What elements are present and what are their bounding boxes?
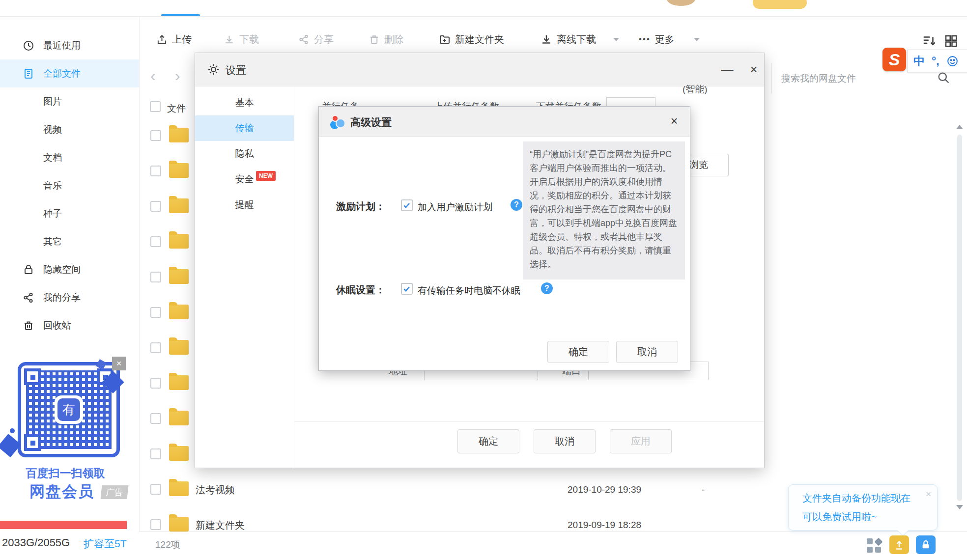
sidebar-item-recycle-bin[interactable]: 回收站 — [0, 311, 139, 339]
share-button[interactable]: 分享 — [298, 30, 334, 48]
tab-security[interactable]: 安全 NEW — [195, 167, 294, 192]
row-checkbox[interactable] — [150, 378, 161, 389]
sleep-checkbox[interactable] — [401, 283, 413, 295]
auto-backup-button[interactable] — [889, 535, 909, 554]
delete-button[interactable]: 删除 — [369, 30, 404, 48]
back-arrow-icon[interactable]: ‹ — [150, 68, 156, 84]
tooltip-close-icon[interactable]: × — [926, 489, 931, 500]
qr-ad-close-icon[interactable]: × — [112, 357, 126, 370]
row-checkbox[interactable] — [150, 166, 161, 176]
sidebar-item-label: 音乐 — [43, 179, 62, 192]
select-all-checkbox[interactable] — [150, 101, 161, 112]
folder-icon — [169, 234, 189, 249]
delete-label: 删除 — [384, 33, 404, 46]
row-checkbox[interactable] — [150, 342, 161, 353]
close-button[interactable]: × — [745, 61, 762, 78]
ime-punct-toggle[interactable]: °, — [932, 55, 939, 68]
scrollbar-down-icon[interactable] — [956, 505, 963, 509]
qr-center-glyph: 有 — [57, 398, 80, 421]
tab-transfer[interactable]: 传输 — [195, 115, 294, 141]
sidebar-item-my-shares[interactable]: 我的分享 — [0, 283, 139, 311]
sidebar-item-all-files[interactable]: 全部文件 — [0, 59, 139, 87]
share-label: 分享 — [314, 33, 334, 46]
sidebar-item-documents[interactable]: 文档 — [0, 143, 139, 171]
sidebar-item-videos[interactable]: 视频 — [0, 115, 139, 143]
row-checkbox[interactable] — [150, 413, 161, 424]
qr-finder — [24, 434, 41, 451]
folder-plus-icon — [439, 33, 451, 45]
search-icon[interactable] — [937, 71, 950, 84]
row-checkbox[interactable] — [150, 236, 161, 247]
ime-lang-toggle[interactable]: 中 — [913, 54, 925, 69]
offline-download-caret-icon[interactable] — [613, 38, 619, 41]
incentive-checkbox[interactable] — [401, 199, 413, 211]
row-checkbox[interactable] — [150, 272, 161, 282]
advanced-close-button[interactable]: × — [666, 112, 683, 129]
minimize-button[interactable]: — — [719, 61, 736, 78]
storage-usage-bar — [0, 521, 127, 529]
new-badge: NEW — [256, 171, 276, 181]
file-name[interactable]: 新建文件夹 — [196, 519, 245, 532]
offline-download-button[interactable]: 离线下载 — [540, 30, 596, 48]
row-checkbox[interactable] — [150, 307, 161, 318]
status-bar — [139, 532, 967, 560]
upload-button[interactable]: 上传 — [156, 30, 192, 48]
share-icon — [298, 34, 310, 45]
incentive-row-label: 激励计划： — [336, 200, 385, 213]
tab-column-divider — [294, 86, 294, 469]
sidebar-item-others[interactable]: 其它 — [0, 227, 139, 255]
smart-label: (智能) — [683, 83, 708, 96]
sidebar-item-hidden-space[interactable]: 隐藏空间 — [0, 255, 139, 283]
tab-privacy[interactable]: 隐私 — [195, 141, 294, 167]
new-folder-button[interactable]: 新建文件夹 — [439, 30, 504, 48]
folder-icon — [169, 446, 189, 461]
active-tab-indicator — [161, 14, 200, 16]
row-checkbox[interactable] — [150, 519, 161, 530]
sidebar-item-label: 种子 — [43, 207, 62, 220]
incentive-help-icon[interactable]: ? — [511, 199, 522, 211]
file-name[interactable]: 法考视频 — [196, 483, 235, 497]
tab-alerts[interactable]: 提醒 — [195, 192, 294, 218]
row-checkbox[interactable] — [150, 484, 161, 495]
sidebar-item-pictures[interactable]: 图片 — [0, 87, 139, 115]
sidebar-item-torrents[interactable]: 种子 — [0, 199, 139, 227]
sidebar-item-music[interactable]: 音乐 — [0, 171, 139, 199]
settings-ok-button[interactable]: 确定 — [457, 429, 519, 453]
ime-toolbar: 中 °, — [907, 50, 967, 72]
apps-grid-icon[interactable] — [867, 538, 882, 553]
advanced-ok-button[interactable]: 确定 — [547, 341, 609, 363]
settings-apply-button[interactable]: 应用 — [610, 429, 672, 453]
download-button[interactable]: 下载 — [224, 30, 259, 48]
folder-icon — [169, 198, 189, 213]
tab-basic[interactable]: 基本 — [195, 90, 294, 115]
sort-list-icon[interactable] — [922, 33, 937, 48]
forward-arrow-icon[interactable]: › — [175, 68, 180, 84]
ime-smiley-icon[interactable] — [946, 55, 959, 67]
lock-button[interactable] — [916, 535, 936, 554]
search-input[interactable] — [780, 70, 905, 87]
sleep-checkbox-label[interactable]: 有传输任务时电脑不休眠 — [418, 284, 520, 297]
download-icon — [224, 34, 235, 45]
cube-decoration — [10, 428, 15, 433]
sidebar-item-recent[interactable]: 最近使用 — [0, 31, 139, 59]
row-checkbox[interactable] — [150, 130, 161, 141]
more-button[interactable]: ••• 更多 — [639, 30, 675, 48]
settings-cancel-button[interactable]: 取消 — [534, 429, 596, 453]
row-checkbox[interactable] — [150, 448, 161, 459]
storage-upgrade-link[interactable]: 扩容至5T — [84, 537, 127, 551]
tab-label: 隐私 — [235, 147, 254, 160]
scrollbar-thumb[interactable] — [957, 135, 962, 501]
sogou-logo-icon[interactable]: S — [882, 48, 906, 71]
lock-icon — [23, 264, 34, 276]
grid-view-icon[interactable] — [943, 33, 958, 48]
more-caret-icon[interactable] — [694, 38, 700, 41]
folder-upload-icon — [893, 539, 905, 551]
tab-label: 基本 — [235, 96, 254, 109]
folder-icon — [169, 517, 189, 532]
advanced-cancel-button[interactable]: 取消 — [616, 341, 678, 363]
incentive-checkbox-label[interactable]: 加入用户激励计划 — [418, 201, 492, 214]
scrollbar-up-icon[interactable] — [956, 125, 963, 129]
upload-label: 上传 — [172, 33, 192, 46]
row-checkbox[interactable] — [150, 201, 161, 212]
sleep-help-icon[interactable]: ? — [541, 282, 553, 294]
